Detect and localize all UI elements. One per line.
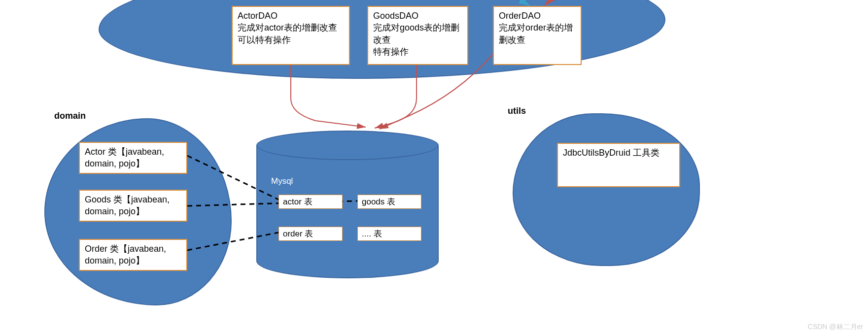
db-etc-table: .... 表	[357, 227, 421, 241]
goods-dao-box: GoodsDAO 完成对goods表的增删改查 特有操作	[367, 6, 468, 65]
domain-order-box: Order 类【javabean, domain, pojo】	[79, 239, 187, 271]
actor-dao-title: ActorDAO	[238, 10, 344, 22]
watermark: CSDN @林二月er	[808, 323, 863, 332]
utils-jdbc-box: JdbcUtilsByDruid 工具类	[557, 143, 680, 187]
actor-dao-line2: 可以特有操作	[238, 34, 344, 46]
actor-dao-box: ActorDAO 完成对actor表的增删改查 可以特有操作	[232, 6, 350, 65]
order-dao-line1: 完成对order表的增删改查	[499, 22, 576, 46]
db-actor-text: actor 表	[283, 197, 312, 206]
order-dao-box: OrderDAO 完成对order表的增删改查	[493, 6, 582, 65]
domain-goods-box: Goods 类【javabean, domain, pojo】	[79, 190, 187, 222]
utils-jdbc-text: JdbcUtilsByDruid 工具类	[563, 148, 660, 158]
actor-dao-line1: 完成对actor表的增删改查	[238, 22, 344, 33]
domain-order-text: Order 类【javabean, domain, pojo】	[85, 244, 166, 266]
db-etc-text: .... 表	[362, 229, 382, 238]
utils-label: utils	[508, 106, 526, 116]
db-actor-table: actor 表	[278, 195, 343, 209]
db-goods-table: goods 表	[357, 195, 421, 209]
goods-dao-line1: 完成对goods表的增删改查	[373, 22, 462, 46]
db-order-text: order 表	[283, 229, 313, 238]
db-label: Mysql	[271, 176, 293, 186]
domain-goods-text: Goods 类【javabean, domain, pojo】	[85, 195, 170, 216]
db-goods-text: goods 表	[362, 197, 395, 206]
utils-cloud	[513, 113, 700, 266]
domain-actor-box: Actor 类【javabean, domain, pojo】	[79, 142, 187, 174]
order-dao-title: OrderDAO	[499, 10, 576, 22]
domain-actor-text: Actor 类【javabean, domain, pojo】	[85, 147, 164, 168]
goods-dao-line2: 特有操作	[373, 46, 462, 58]
goods-dao-title: GoodsDAO	[373, 10, 462, 22]
db-order-table: order 表	[278, 227, 343, 241]
domain-label: domain	[54, 111, 86, 121]
db-cylinder-top	[256, 131, 439, 160]
db-cylinder-body	[256, 145, 439, 278]
